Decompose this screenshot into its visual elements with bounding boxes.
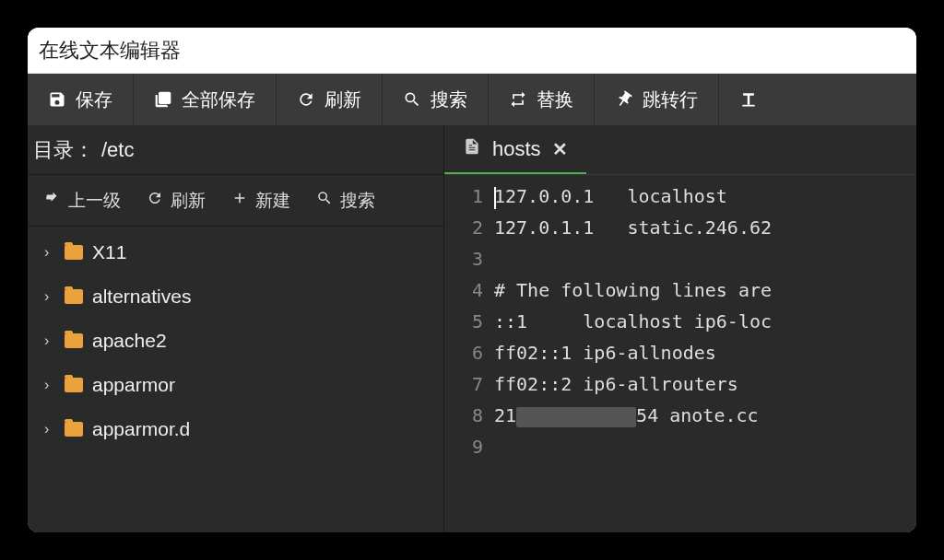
close-icon[interactable]: ✕ bbox=[552, 138, 568, 160]
folder-name: apparmor.d bbox=[92, 418, 190, 440]
folder-icon bbox=[65, 378, 83, 392]
save-icon bbox=[48, 90, 66, 109]
code-line[interactable] bbox=[494, 431, 916, 462]
code-line[interactable]: 2154 anote.cc bbox=[494, 400, 916, 431]
search-label: 搜索 bbox=[431, 88, 467, 112]
text-tool-button[interactable] bbox=[719, 74, 771, 125]
tree-item[interactable]: › alternatives bbox=[28, 274, 443, 319]
chevron-right-icon: › bbox=[44, 421, 55, 438]
file-tree[interactable]: › X11 › alternatives › apache2 › bbox=[28, 227, 443, 532]
refresh-label: 刷新 bbox=[324, 88, 361, 112]
code-line[interactable]: 127.0.0.1 localhost bbox=[494, 181, 916, 212]
folder-name: apache2 bbox=[92, 330, 167, 352]
line-number: 3 bbox=[444, 243, 483, 274]
caret bbox=[494, 187, 496, 209]
folder-icon bbox=[65, 289, 83, 304]
tree-item[interactable]: › apache2 bbox=[28, 319, 443, 363]
chevron-right-icon: › bbox=[44, 288, 55, 305]
main-toolbar: 保存 全部保存 刷新 搜索 替换 bbox=[28, 74, 916, 125]
tree-item[interactable]: › X11 bbox=[28, 230, 443, 274]
replace-icon bbox=[509, 90, 527, 109]
file-sidebar: 目录： /etc 上一级 刷新 bbox=[28, 125, 444, 532]
refresh-button[interactable]: 刷新 bbox=[277, 74, 383, 125]
line-gutter: 1 2 3 4 5 6 7 8 9 bbox=[444, 175, 494, 532]
code-line[interactable]: # The following lines are bbox=[494, 274, 916, 306]
sidebar-search-button[interactable]: 搜索 bbox=[305, 183, 386, 218]
file-icon bbox=[463, 136, 481, 162]
sidebar-toolbar: 上一级 刷新 新建 搜 bbox=[28, 175, 443, 227]
chevron-right-icon: › bbox=[44, 332, 55, 349]
search-icon bbox=[316, 190, 333, 211]
directory-header: 目录： /etc bbox=[28, 125, 443, 175]
new-label: 新建 bbox=[255, 189, 290, 213]
code-line[interactable]: 127.0.1.1 static.246.62 bbox=[494, 212, 916, 243]
redacted-segment bbox=[516, 407, 636, 427]
up-level-button[interactable]: 上一级 bbox=[33, 183, 132, 218]
replace-button[interactable]: 替换 bbox=[489, 74, 595, 125]
line-number: 9 bbox=[444, 431, 483, 462]
code-area[interactable]: 1 2 3 4 5 6 7 8 9 127.0.0.1 localhost127… bbox=[444, 175, 916, 532]
app-title: 在线文本编辑器 bbox=[39, 37, 181, 64]
search-button[interactable]: 搜索 bbox=[383, 74, 489, 125]
code-lines[interactable]: 127.0.0.1 localhost127.0.1.1 static.246.… bbox=[494, 175, 916, 532]
code-line[interactable]: ff02::2 ip6-allrouters bbox=[494, 368, 916, 400]
refresh-icon bbox=[297, 90, 315, 109]
chevron-right-icon: › bbox=[44, 244, 55, 261]
up-arrow-icon bbox=[44, 190, 61, 211]
text-icon bbox=[739, 90, 758, 109]
line-number: 5 bbox=[444, 306, 483, 337]
tab-hosts[interactable]: hosts ✕ bbox=[444, 125, 586, 174]
goto-label: 跳转行 bbox=[643, 88, 698, 112]
save-button[interactable]: 保存 bbox=[28, 74, 134, 125]
pin-icon bbox=[615, 90, 633, 109]
save-all-icon bbox=[154, 90, 172, 109]
up-label: 上一级 bbox=[68, 189, 121, 213]
dir-path: /etc bbox=[101, 138, 134, 162]
code-line[interactable] bbox=[494, 243, 916, 274]
replace-label: 替换 bbox=[537, 88, 573, 112]
line-number: 8 bbox=[444, 400, 483, 431]
line-number: 7 bbox=[444, 368, 483, 400]
code-line[interactable]: ff02::1 ip6-allnodes bbox=[494, 337, 916, 368]
folder-icon bbox=[65, 333, 83, 348]
chevron-right-icon: › bbox=[44, 377, 55, 393]
search-icon bbox=[403, 90, 421, 109]
line-number: 1 bbox=[444, 181, 483, 212]
folder-icon bbox=[65, 422, 83, 437]
plus-icon bbox=[231, 190, 248, 211]
save-all-label: 全部保存 bbox=[182, 88, 255, 112]
code-line[interactable]: ::1 localhost ip6-loc bbox=[494, 306, 916, 337]
folder-name: alternatives bbox=[92, 286, 191, 308]
tree-item[interactable]: › apparmor bbox=[28, 363, 443, 407]
sidebar-refresh-button[interactable]: 刷新 bbox=[136, 183, 217, 218]
dir-label: 目录： bbox=[33, 136, 94, 164]
editor-pane: hosts ✕ 1 2 3 4 5 6 7 8 9 127.0.0.1 loca… bbox=[444, 125, 916, 532]
folder-name: apparmor bbox=[92, 374, 175, 396]
tab-label: hosts bbox=[492, 137, 541, 161]
folder-icon bbox=[65, 245, 83, 260]
content-area: 目录： /etc 上一级 刷新 bbox=[28, 125, 916, 532]
sidebar-refresh-label: 刷新 bbox=[171, 189, 206, 213]
tree-item[interactable]: › apparmor.d bbox=[28, 407, 443, 451]
save-all-button[interactable]: 全部保存 bbox=[134, 74, 277, 125]
line-number: 4 bbox=[444, 274, 483, 306]
line-number: 2 bbox=[444, 212, 483, 243]
goto-button[interactable]: 跳转行 bbox=[595, 74, 719, 125]
svg-rect-0 bbox=[742, 105, 754, 107]
tab-bar: hosts ✕ bbox=[444, 125, 916, 175]
refresh-icon bbox=[147, 190, 163, 211]
sidebar-search-label: 搜索 bbox=[340, 189, 375, 213]
editor-window: 在线文本编辑器 保存 全部保存 刷新 搜索 bbox=[28, 28, 916, 532]
save-label: 保存 bbox=[76, 88, 112, 112]
line-number: 6 bbox=[444, 337, 483, 368]
folder-name: X11 bbox=[92, 241, 126, 263]
new-button[interactable]: 新建 bbox=[220, 183, 301, 218]
title-bar: 在线文本编辑器 bbox=[28, 28, 916, 74]
